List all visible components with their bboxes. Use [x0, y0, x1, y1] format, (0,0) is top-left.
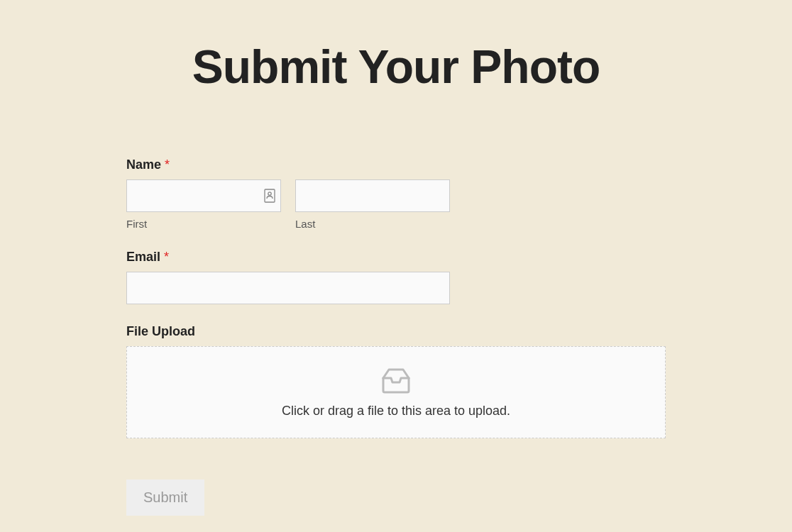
last-name-column: Last [295, 179, 450, 230]
submit-button[interactable]: Submit [126, 480, 204, 516]
file-upload-label: File Upload [126, 324, 666, 339]
required-asterisk: * [164, 250, 169, 264]
form-container: Name * First Last [4, 157, 788, 516]
dropzone-text: Click or drag a file to this area to upl… [282, 404, 510, 419]
email-field-row: Email * [126, 250, 666, 304]
required-asterisk: * [165, 157, 170, 172]
first-name-column: First [126, 179, 281, 230]
name-label: Name * [126, 157, 666, 172]
first-name-input-wrapper [126, 179, 281, 212]
email-label-text: Email [126, 250, 164, 264]
name-label-text: Name [126, 157, 165, 172]
file-upload-row: File Upload Click or drag a file to this… [126, 324, 666, 438]
first-name-sublabel: First [126, 218, 281, 230]
first-name-input[interactable] [126, 179, 281, 212]
inbox-upload-icon [380, 367, 412, 394]
file-upload-dropzone[interactable]: Click or drag a file to this area to upl… [126, 346, 666, 438]
name-inputs-group: First Last [126, 179, 666, 230]
last-name-input[interactable] [295, 179, 450, 212]
page-title: Submit Your Photo [4, 40, 788, 94]
email-label: Email * [126, 250, 666, 265]
last-name-sublabel: Last [295, 218, 450, 230]
name-field-row: Name * First Last [126, 157, 666, 230]
email-input[interactable] [126, 272, 450, 304]
page-container: Submit Your Photo Name * First [4, 4, 788, 528]
